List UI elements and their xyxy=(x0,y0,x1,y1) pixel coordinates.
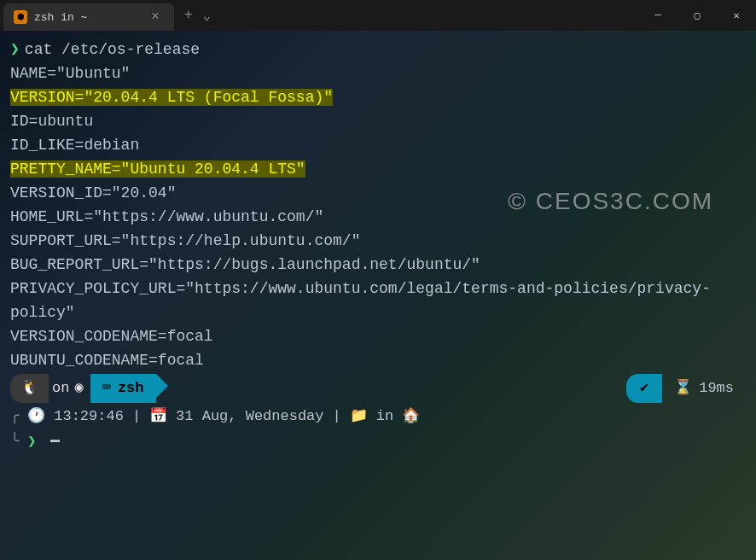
output-line: ID_LIKE=debian xyxy=(10,133,746,157)
output-line: ID=ubuntu xyxy=(10,109,746,133)
clock-icon: 🕐 xyxy=(27,405,45,429)
tab-close-icon[interactable]: × xyxy=(147,9,164,25)
status-check-segment: ✔ xyxy=(626,374,662,403)
prompt-symbol: ❯ xyxy=(10,38,20,61)
in-text: in xyxy=(376,405,393,429)
tab-controls: + ⌄ xyxy=(184,7,211,24)
time-text: 13:29:46 xyxy=(54,405,124,429)
output-line: VERSION="20.04.4 LTS (Focal Fossa)" xyxy=(10,85,746,109)
output-line: BUG_REPORT_URL="https://bugs.launchpad.n… xyxy=(10,253,746,277)
new-tab-button[interactable]: + xyxy=(184,8,193,23)
on-text: on xyxy=(49,376,74,400)
date-text: 31 Aug, Wednesday xyxy=(176,405,323,429)
output-line: SUPPORT_URL="https://help.ubuntu.com/" xyxy=(10,229,746,253)
output-line: VERSION_CODENAME=focal xyxy=(10,324,746,348)
terminal-body[interactable]: ❯ cat /etc/os-release NAME="Ubuntu"VERSI… xyxy=(0,31,756,461)
home-icon: 🏠 xyxy=(402,405,420,429)
watermark: © CEOS3C.COM xyxy=(508,188,713,215)
hourglass-icon: ⌛ xyxy=(674,376,692,400)
shell-name: zsh xyxy=(118,376,144,400)
bracket-icon: ╰ xyxy=(10,430,19,454)
output-line: UBUNTU_CODENAME=focal xyxy=(10,348,746,372)
close-button[interactable]: ✕ xyxy=(717,0,756,31)
output-line: NAME="Ubuntu" xyxy=(10,61,746,85)
maximize-button[interactable]: ▢ xyxy=(677,0,717,31)
circle-icon: ◉ xyxy=(74,376,90,400)
command-text: cat /etc/os-release xyxy=(25,38,200,61)
prompt-info-line: ╭ 🕐 13:29:46 | 📅 31 Aug, Wednesday | 📁 i… xyxy=(10,405,746,429)
tab-area: ⬢ zsh in ~ × + ⌄ xyxy=(0,0,211,31)
keyboard-icon: ⌨ xyxy=(102,376,111,400)
tab-active[interactable]: ⬢ zsh in ~ × xyxy=(3,3,174,31)
prompt-input-line: ╰ ❯ xyxy=(10,430,746,454)
bracket-icon: ╭ xyxy=(10,405,19,429)
duration-text: 19ms xyxy=(699,376,734,400)
separator: | xyxy=(132,405,141,429)
output-line: PRIVACY_POLICY_URL="https://www.ubuntu.c… xyxy=(10,277,746,324)
command-output: NAME="Ubuntu"VERSION="20.04.4 LTS (Focal… xyxy=(10,61,746,372)
calendar-icon: 📅 xyxy=(149,405,167,429)
prompt-status-line: 🐧 on ◉ ⌨ zsh ✔ ⌛ 19ms xyxy=(10,374,746,403)
check-icon: ✔ xyxy=(640,380,648,396)
titlebar: ⬢ zsh in ~ × + ⌄ ─ ▢ ✕ xyxy=(0,0,756,31)
cursor xyxy=(50,440,60,442)
tab-title: zsh in ~ xyxy=(34,11,140,24)
os-segment: 🐧 xyxy=(10,374,49,403)
tab-shell-icon: ⬢ xyxy=(14,10,27,24)
output-line: PRETTY_NAME="Ubuntu 20.04.4 LTS" xyxy=(10,157,746,181)
tab-dropdown-icon[interactable]: ⌄ xyxy=(203,7,212,24)
prompt-symbol: ❯ xyxy=(27,430,36,454)
tux-icon: 🐧 xyxy=(20,376,38,400)
folder-icon: 📁 xyxy=(350,405,368,429)
minimize-button[interactable]: ─ xyxy=(638,0,677,31)
duration-segment: ⌛ 19ms xyxy=(662,376,746,400)
separator: | xyxy=(333,405,341,429)
shell-segment: ⌨ zsh xyxy=(90,374,156,403)
window-controls: ─ ▢ ✕ xyxy=(638,0,756,31)
command-line: ❯ cat /etc/os-release xyxy=(10,38,746,61)
